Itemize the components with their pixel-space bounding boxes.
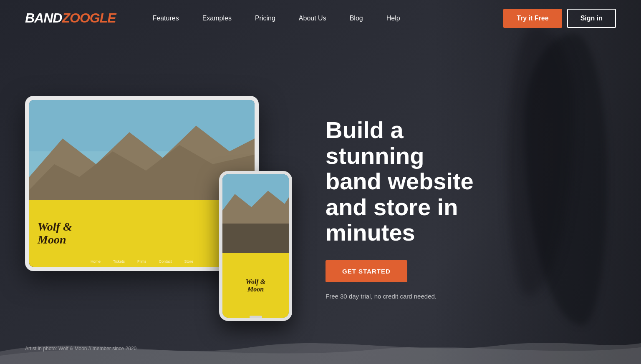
nav-about[interactable]: About Us bbox=[287, 0, 338, 36]
hero-headline: Build a stunning band website and store … bbox=[326, 117, 484, 246]
tablet-nav-films: Films bbox=[137, 259, 146, 264]
phone-band-name: Wolf &Moon bbox=[246, 278, 265, 293]
logo-link[interactable]: BANDZOOGLE bbox=[25, 10, 116, 26]
phone-yellow-section: Wolf &Moon bbox=[222, 253, 289, 318]
navbar: BANDZOOGLE Features Examples Pricing Abo… bbox=[0, 0, 641, 36]
nav-actions: Try it Free Sign in bbox=[503, 9, 616, 28]
nav-help[interactable]: Help bbox=[375, 0, 412, 36]
nav-pricing[interactable]: Pricing bbox=[243, 0, 287, 36]
try-free-button[interactable]: Try it Free bbox=[503, 9, 562, 28]
nav-links: Features Examples Pricing About Us Blog … bbox=[141, 0, 504, 36]
phone-landscape-photo bbox=[222, 174, 289, 253]
tablet-nav-home: Home bbox=[91, 259, 101, 264]
devices-wrapper: Wolf &Moon Home Tickets Films Contact St… bbox=[25, 96, 292, 304]
photo-credit: Artist in photo: Wolf & Moon // member s… bbox=[25, 346, 136, 351]
tablet-nav-tickets: Tickets bbox=[113, 259, 125, 264]
logo-zoogle: ZOOGLE bbox=[62, 10, 116, 26]
get-started-button[interactable]: GET STARTED bbox=[326, 260, 407, 282]
nav-features[interactable]: Features bbox=[141, 0, 191, 36]
logo-band: BAND bbox=[25, 10, 62, 26]
phone-mockup: Wolf &Moon bbox=[219, 171, 292, 321]
tablet-band-name: Wolf &Moon bbox=[38, 221, 72, 246]
nav-blog[interactable]: Blog bbox=[338, 0, 375, 36]
svg-rect-11 bbox=[222, 223, 289, 253]
phone-home-button bbox=[250, 316, 262, 318]
hero-section: Wolf &Moon Home Tickets Films Contact St… bbox=[0, 36, 641, 364]
nav-examples[interactable]: Examples bbox=[191, 0, 243, 36]
tablet-nav-store: Store bbox=[184, 259, 194, 264]
phone-screen: Wolf &Moon bbox=[222, 174, 289, 318]
hero-text-area: Build a stunning band website and store … bbox=[292, 109, 616, 300]
tablet-nav-contact: Contact bbox=[159, 259, 172, 264]
sign-in-button[interactable]: Sign in bbox=[567, 9, 616, 28]
hero-subtext: Free 30 day trial, no credit card needed… bbox=[326, 293, 616, 300]
